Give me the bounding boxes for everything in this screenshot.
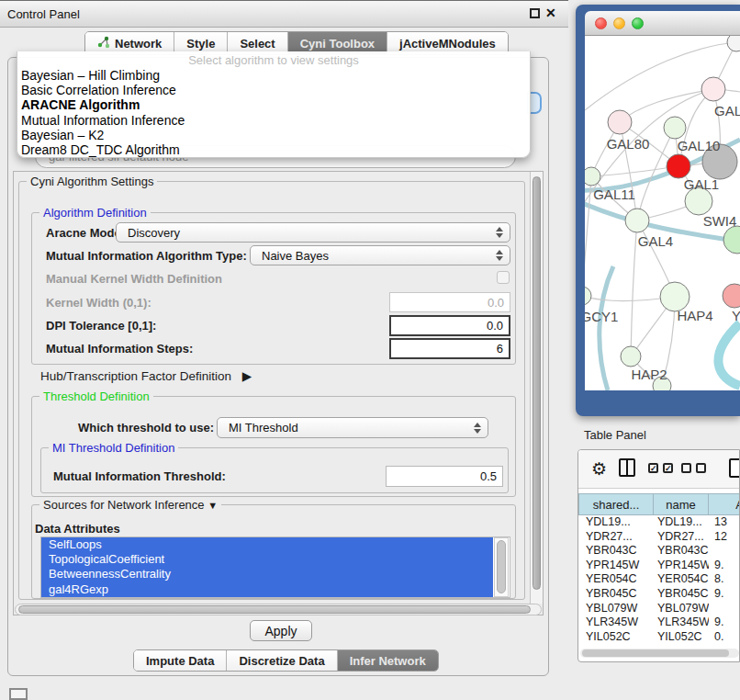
minimize-traffic-light-icon[interactable] [613, 17, 625, 29]
tab-label: Style [186, 37, 215, 51]
table-cell: YDR27... [578, 530, 654, 545]
algorithm-option[interactable]: Mutual Information Inference [17, 113, 530, 128]
table-row[interactable]: YIL052CYIL052C0. [578, 630, 740, 645]
manual-kernel-label: Manual Kernel Width Definition [46, 272, 222, 286]
table-cell: 8. [709, 572, 740, 587]
gear-icon[interactable]: ⚙ [591, 458, 607, 480]
network-node-gal80[interactable] [608, 110, 632, 134]
unchecked-checkbox-icon[interactable] [696, 463, 706, 473]
network-node[interactable] [667, 154, 690, 178]
network-node-swi4[interactable] [723, 226, 740, 254]
mi-threshold-field[interactable]: 0.5 [386, 466, 503, 487]
network-edge [600, 266, 613, 390]
network-edge [620, 122, 637, 220]
list-vertical-scrollbar[interactable] [494, 537, 509, 597]
attribute-item[interactable]: gal4RGexp [41, 582, 493, 597]
table-cell: 9. [709, 615, 740, 630]
attribute-item[interactable]: BetweennessCentrality [41, 567, 493, 581]
data-attributes-list[interactable]: SelfLoopsTopologicalCoefficientBetweenne… [40, 536, 510, 598]
attribute-item[interactable]: TopologicalCoefficient [41, 552, 493, 567]
checked-checkbox-icon[interactable]: ✓ [648, 463, 658, 473]
close-traffic-light-icon[interactable] [595, 17, 607, 29]
table-cell: 9. [709, 559, 740, 573]
tab-label: Impute Data [146, 654, 214, 668]
settings-vertical-scrollbar[interactable] [530, 172, 543, 604]
network-node[interactable] [727, 36, 740, 51]
table-row[interactable]: YPR145WYPR145W9. [578, 559, 740, 573]
table-row[interactable]: YDR27...YDR27...12 [578, 530, 740, 545]
table-cell: 13 [709, 515, 740, 530]
field-value: 6 [497, 342, 503, 356]
network-node[interactable] [702, 144, 737, 179]
table-horizontal-scrollbar[interactable] [580, 649, 739, 658]
algorithm-option[interactable]: Dream8 DC_TDC Algorithm [17, 142, 530, 157]
tab-label: Infer Network [350, 654, 426, 668]
network-node-hap2[interactable] [621, 346, 641, 367]
mi-steps-field[interactable]: 6 [389, 338, 510, 359]
table-cell [709, 602, 740, 616]
tab-infer-network[interactable]: Infer Network [338, 650, 438, 671]
dpi-tolerance-field[interactable]: 0.0 [389, 315, 510, 336]
network-node-gal4[interactable] [625, 209, 649, 232]
network-node-y[interactable] [723, 284, 740, 308]
columns-icon[interactable] [619, 458, 635, 477]
combobox-value: MI Threshold [229, 421, 298, 435]
attribute-item[interactable]: SelfLoops [41, 537, 493, 552]
table-toolbar: ⚙ ✓ ✓ [578, 450, 739, 489]
table-row[interactable]: YDL19...YDL19...13 [578, 515, 740, 530]
algorithm-option[interactable]: Bayesian – K2 [17, 128, 530, 142]
combobox-arrows-icon [495, 227, 503, 238]
network-edge [585, 176, 591, 296]
network-node-gal11[interactable] [585, 167, 600, 186]
apply-button[interactable]: Apply [250, 620, 312, 641]
scrollbar-thumb[interactable] [18, 605, 531, 614]
group-title: Cyni Algorithm Settings [27, 175, 157, 188]
network-canvas[interactable] [585, 36, 740, 390]
which-threshold-combobox[interactable]: MI Threshold [217, 417, 488, 438]
kernel-width-field[interactable]: 0.0 [389, 292, 510, 312]
network-node-gal1[interactable] [685, 187, 712, 215]
unchecked-checkbox-icon[interactable] [681, 463, 691, 473]
kernel-width-label: Kernel Width (0,1): [46, 296, 151, 310]
scrollbar-thumb[interactable] [533, 176, 541, 590]
manual-kernel-checkbox[interactable] [497, 271, 510, 284]
window-close-icon[interactable]: ✕ [545, 6, 556, 20]
window-restore-icon[interactable] [530, 8, 540, 18]
table-header-row: shared...nameA [578, 493, 740, 515]
table-row[interactable]: YLR345WYLR345W9. [578, 615, 740, 630]
network-node-hap4[interactable] [660, 282, 690, 311]
floating-panel-icon[interactable] [9, 688, 28, 700]
algorithm-option[interactable]: ARACNE Algorithm [17, 97, 530, 112]
table-row[interactable]: YBL079WYBL079W [578, 602, 740, 616]
network-window-titlebar[interactable] [585, 11, 740, 36]
network-node-gal10[interactable] [664, 117, 686, 139]
settings-horizontal-scrollbar[interactable] [15, 604, 542, 615]
network-node[interactable] [653, 377, 671, 390]
scrollbar-thumb[interactable] [497, 540, 506, 593]
zoom-traffic-light-icon[interactable] [632, 17, 644, 29]
algorithm-option[interactable]: Bayesian – Hill Climbing [17, 68, 530, 83]
algorithm-option[interactable]: Basic Correlation Inference [17, 83, 530, 97]
network-node-gal[interactable] [701, 77, 725, 101]
table-cell: YBR043C [654, 544, 709, 559]
sources-toggle[interactable]: Sources for Network Inference ▼ [39, 498, 221, 512]
column-header-3[interactable]: A [709, 493, 740, 515]
mi-algorithm-type-combobox[interactable]: Naive Bayes [250, 245, 510, 265]
scrollbar-thumb[interactable] [582, 649, 729, 657]
tab-label: Cyni Toolbox [300, 37, 375, 51]
table-row[interactable]: YBR043CYBR043C [578, 544, 740, 559]
column-header-2[interactable]: name [654, 493, 709, 515]
column-header-1[interactable]: shared... [578, 493, 654, 515]
document-icon[interactable] [729, 458, 740, 478]
checked-checkbox-icon[interactable]: ✓ [663, 463, 673, 473]
tab-discretize-data[interactable]: Discretize Data [227, 650, 337, 671]
table-row[interactable]: YER054CYER054C8. [578, 572, 740, 587]
table-cell: 0. [709, 630, 740, 645]
combobox-arrows-icon [473, 423, 481, 434]
table-row[interactable]: YBR045CYBR045C9. [578, 587, 740, 602]
group-title: MI Threshold Definition [49, 441, 178, 455]
tab-impute-data[interactable]: Impute Data [134, 650, 227, 671]
network-node-gcy1[interactable] [585, 287, 591, 305]
aracne-mode-combobox[interactable]: Discovery [116, 222, 510, 243]
hub-definition-toggle[interactable]: Hub/Transcription Factor Definition ▶ [40, 368, 252, 383]
